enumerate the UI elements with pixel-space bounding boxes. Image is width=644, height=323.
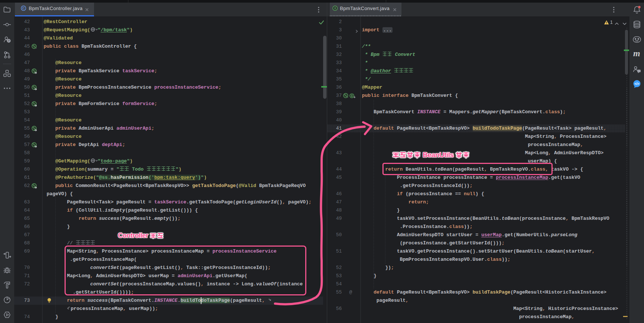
svg-text:C: C — [22, 6, 25, 10]
svg-text:</>: </> — [634, 82, 639, 86]
svg-text:I: I — [335, 6, 336, 10]
svg-text:?: ? — [8, 39, 10, 42]
